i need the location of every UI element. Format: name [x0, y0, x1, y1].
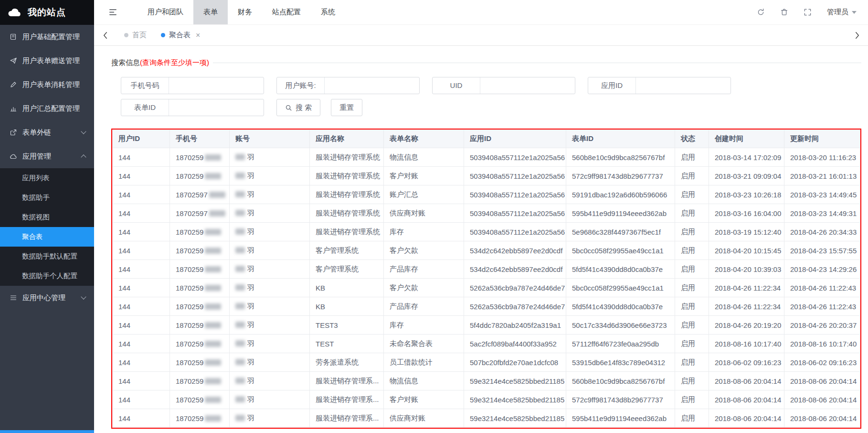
- cell-updated-time: 2018-03-23 14:49:31: [790, 209, 857, 217]
- sidebar-subitem[interactable]: 应用列表: [0, 168, 94, 188]
- redacted-phone-blur: [205, 378, 221, 384]
- status-badge: 启用: [681, 377, 695, 385]
- redacted-account-blur: [235, 303, 245, 309]
- cell-form-id: 5bc0cc058f29955ae49cc1a1: [572, 284, 664, 292]
- cell-phone: 1870259: [176, 303, 203, 311]
- redacted-account-blur: [235, 210, 245, 216]
- cell-app-id: 5039408a557112e1a2025a56: [470, 172, 565, 180]
- table-row: 144 1870259 羽 KB 产品库存 5262a536cb9a787e24…: [113, 297, 860, 316]
- site-logo[interactable]: 我的站点: [0, 0, 94, 25]
- tab-dot-icon: [161, 33, 165, 37]
- status-badge: 启用: [681, 153, 695, 161]
- sidebar-subitem[interactable]: 数据视图: [0, 207, 94, 227]
- cell-updated-time: 2018-04-26 11:22:43: [790, 303, 856, 311]
- column-header: 手机号: [170, 130, 230, 148]
- uid-input[interactable]: [480, 78, 575, 93]
- close-icon[interactable]: ×: [196, 32, 200, 39]
- table-row: 144 1870259 羽 服装进销存管理系... 供应商对账 59e3214e…: [113, 409, 860, 428]
- redacted-account-blur: [235, 228, 245, 235]
- tabs-scroll-right-icon[interactable]: [850, 25, 864, 45]
- user-account-input[interactable]: [325, 78, 419, 93]
- app-id-input[interactable]: [636, 78, 730, 93]
- table-row: 144 1870259 羽 服装进销存管理系... 物流信息 59e3214e4…: [113, 372, 860, 390]
- form-id-field: 表单ID: [121, 99, 264, 116]
- cell-app-name: 服装进销存管理系统: [316, 172, 380, 180]
- redacted-phone-blur: [205, 154, 221, 161]
- sidebar-scroll-indicator[interactable]: [0, 430, 94, 433]
- cell-user-id: 144: [118, 191, 130, 199]
- cell-user-id: 144: [118, 414, 130, 422]
- table-header-row: 用户ID手机号账号应用名称表单名称应用ID表单ID状态创建时间更新时间: [113, 130, 860, 148]
- phone-number-input[interactable]: [169, 78, 264, 93]
- cell-account: 羽: [247, 246, 254, 254]
- form-id-label: 表单ID: [121, 99, 169, 116]
- table-row: 144 1870259 羽 KB 客户欠款 5262a536cb9a787e24…: [113, 279, 860, 297]
- cell-form-name: 供应商对账: [390, 209, 425, 217]
- sidebar-subitem[interactable]: 数据助手默认配置: [0, 247, 94, 266]
- tab-active[interactable]: 聚合表×: [154, 25, 207, 45]
- sidebar-subitem[interactable]: 数据助手个人配置: [0, 266, 94, 286]
- table-row: 144 1870259 羽 劳务派遣系统 员工借款统计 507bc20fbfd2…: [113, 353, 860, 372]
- chevron-down-icon: [81, 294, 86, 299]
- sidebar-item-label: 应用中心管理: [22, 293, 82, 303]
- redacted-phone-blur: [209, 192, 225, 198]
- user-account-field: 用户账号:: [276, 77, 420, 94]
- chevron-down-icon: [81, 129, 86, 134]
- cell-account: 羽: [247, 265, 254, 273]
- cell-app-name: TEST3: [316, 321, 338, 329]
- collapse-menu-icon[interactable]: [108, 8, 117, 17]
- cell-user-id: 144: [118, 358, 130, 367]
- sidebar-item[interactable]: 用户表单赠送管理: [0, 49, 94, 73]
- redacted-phone-blur: [205, 229, 221, 235]
- fullscreen-icon[interactable]: [804, 8, 812, 16]
- admin-dropdown[interactable]: 管理员: [827, 8, 857, 17]
- redacted-phone-blur: [205, 285, 221, 291]
- tabs-scroll-left-icon[interactable]: [98, 25, 112, 45]
- nav-item-3[interactable]: 站点配置: [262, 0, 311, 24]
- table-row: 144 1870259 羽 客户管理系统 客户欠款 534d2c642ebb58…: [113, 241, 860, 260]
- cell-account: 羽: [247, 153, 254, 161]
- sidebar-subitem[interactable]: 数据助手: [0, 188, 94, 207]
- bar-chart-icon: [10, 105, 17, 112]
- cell-app-id: 5039408a557112e1a2025a56: [470, 209, 565, 217]
- refresh-icon[interactable]: [757, 8, 765, 16]
- cell-form-id: 5bc0cc058f29955ae49cc1a1: [572, 247, 664, 255]
- cloud-logo-icon: [6, 7, 23, 18]
- redacted-account-blur: [235, 266, 245, 272]
- form-id-input[interactable]: [169, 100, 264, 115]
- redacted-phone-blur: [205, 397, 221, 403]
- cell-form-id: 560b8e10c9d9bca8256767bf: [572, 153, 665, 162]
- cell-account: 羽: [247, 414, 254, 422]
- sidebar-item[interactable]: 应用管理: [0, 144, 94, 168]
- nav-item-0[interactable]: 用户和团队: [138, 0, 193, 24]
- cell-app-id: 59e3214e4ce5825bbed21185: [470, 396, 564, 404]
- cell-form-name: 库存: [390, 321, 404, 329]
- cell-app-id: 534d2c642ebb5897ee2d0cdf: [470, 265, 562, 273]
- status-badge: 启用: [681, 395, 695, 403]
- reset-button[interactable]: 重置: [331, 99, 362, 116]
- sidebar-item[interactable]: 用户表单消耗管理: [0, 73, 94, 97]
- search-section-title: 搜索信息 (查询条件至少填一项): [111, 58, 861, 67]
- sidebar: 我的站点 用户基础配置管理用户表单赠送管理用户表单消耗管理用户汇总配置管理表单外…: [0, 0, 94, 433]
- sidebar-subitem-active[interactable]: 聚合表: [0, 227, 94, 247]
- app-id-label: 应用ID: [588, 77, 636, 94]
- sidebar-item[interactable]: 用户基础配置管理: [0, 25, 94, 49]
- tab-dot-icon: [124, 33, 128, 37]
- tab-item[interactable]: 首页: [117, 25, 154, 45]
- nav-item-2[interactable]: 财务: [228, 0, 262, 24]
- cell-updated-time: 2018-08-06 20:04:14: [790, 414, 857, 422]
- cell-account: 羽: [247, 321, 254, 329]
- cell-user-id: 144: [118, 377, 130, 385]
- nav-item-1[interactable]: 表单: [193, 0, 228, 24]
- redacted-account-blur: [235, 396, 245, 402]
- app-window: 我的站点 用户基础配置管理用户表单赠送管理用户表单消耗管理用户汇总配置管理表单外…: [0, 0, 868, 433]
- trash-icon[interactable]: [780, 8, 788, 16]
- sidebar-item[interactable]: 应用中心管理: [0, 286, 94, 310]
- search-button[interactable]: 搜 索: [276, 99, 320, 116]
- sidebar-item[interactable]: 用户汇总配置管理: [0, 97, 94, 120]
- redacted-account-blur: [235, 322, 245, 328]
- sidebar-item[interactable]: 表单外链: [0, 120, 94, 144]
- cell-phone: 1870259: [176, 153, 203, 162]
- nav-item-4[interactable]: 系统: [311, 0, 345, 24]
- redacted-phone-blur: [205, 322, 221, 328]
